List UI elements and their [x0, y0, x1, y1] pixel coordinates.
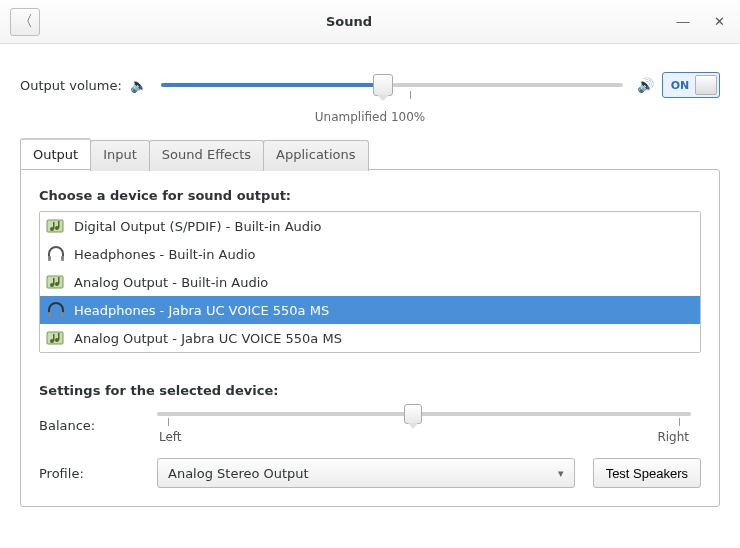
- svg-rect-14: [47, 332, 63, 344]
- device-label: Headphones - Jabra UC VOICE 550a MS: [74, 303, 329, 318]
- output-panel: Choose a device for sound output: Digita…: [20, 169, 720, 507]
- profile-label: Profile:: [39, 466, 139, 481]
- svg-rect-18: [58, 333, 60, 340]
- svg-rect-9: [53, 278, 55, 285]
- output-volume-toggle[interactable]: ON: [662, 72, 720, 98]
- balance-left-label: Left: [159, 430, 182, 444]
- device-label: Analog Output - Built-in Audio: [74, 275, 268, 290]
- test-speakers-label: Test Speakers: [606, 466, 688, 481]
- svg-rect-2: [53, 222, 55, 229]
- headphones-icon: [46, 301, 66, 319]
- titlebar: 〈 Sound — ✕: [0, 0, 740, 44]
- device-label: Digital Output (S/PDIF) - Built-in Audio: [74, 219, 322, 234]
- close-icon: ✕: [714, 14, 725, 29]
- svg-rect-0: [47, 220, 63, 232]
- soundcard-icon: [46, 273, 66, 291]
- profile-row: Profile: Analog Stereo Output ▾ Test Spe…: [39, 458, 701, 488]
- volume-unamplified-tick: [410, 91, 411, 99]
- settings-label: Settings for the selected device:: [39, 383, 701, 398]
- test-speakers-button[interactable]: Test Speakers: [593, 458, 701, 488]
- balance-ticks: [157, 418, 691, 428]
- svg-rect-16: [53, 334, 55, 341]
- soundcard-icon: [46, 217, 66, 235]
- balance-right-label: Right: [657, 430, 689, 444]
- svg-rect-11: [58, 277, 60, 284]
- headphones-icon: [46, 245, 66, 263]
- svg-rect-4: [58, 221, 60, 228]
- volume-slider-fill: [161, 83, 383, 87]
- minimize-icon: —: [677, 14, 690, 29]
- tab-output[interactable]: Output: [20, 138, 91, 169]
- volume-slider-thumb[interactable]: [373, 74, 393, 96]
- content-area: Output volume: 🔈 🔊 ON Unamplified 100% O…: [0, 44, 740, 527]
- device-row[interactable]: Analog Output - Jabra UC VOICE 550a MS: [40, 324, 700, 352]
- svg-rect-6: [61, 256, 64, 261]
- svg-rect-13: [61, 312, 64, 317]
- device-row[interactable]: Headphones - Built-in Audio: [40, 240, 700, 268]
- tab-sound-effects[interactable]: Sound Effects: [149, 140, 264, 171]
- tab-applications[interactable]: Applications: [263, 140, 368, 171]
- balance-label: Balance:: [39, 418, 139, 433]
- toggle-label: ON: [665, 79, 695, 92]
- tab-bar: OutputInputSound EffectsApplications: [20, 138, 720, 169]
- tab-input[interactable]: Input: [90, 140, 150, 171]
- device-label: Headphones - Built-in Audio: [74, 247, 256, 262]
- back-button[interactable]: 〈: [10, 8, 40, 36]
- balance-area: Balance: Left Right: [39, 406, 701, 444]
- profile-combo[interactable]: Analog Stereo Output ▾: [157, 458, 575, 488]
- svg-rect-12: [48, 312, 51, 317]
- minimize-button[interactable]: —: [672, 11, 694, 33]
- balance-slider[interactable]: [157, 412, 691, 416]
- output-volume-row: Output volume: 🔈 🔊 ON: [20, 72, 720, 98]
- chevron-left-icon: 〈: [18, 12, 33, 31]
- output-volume-slider[interactable]: [161, 83, 623, 87]
- volume-tick-label: Unamplified 100%: [20, 110, 720, 124]
- device-row[interactable]: Digital Output (S/PDIF) - Built-in Audio: [40, 212, 700, 240]
- svg-rect-7: [47, 276, 63, 288]
- speaker-low-icon: 🔈: [130, 77, 147, 93]
- svg-rect-5: [48, 256, 51, 261]
- output-device-list: Digital Output (S/PDIF) - Built-in Audio…: [39, 211, 701, 353]
- soundcard-icon: [46, 329, 66, 347]
- toggle-knob: [695, 75, 717, 95]
- profile-value: Analog Stereo Output: [168, 466, 309, 481]
- close-button[interactable]: ✕: [708, 11, 730, 33]
- device-label: Analog Output - Jabra UC VOICE 550a MS: [74, 331, 342, 346]
- speaker-high-icon: 🔊: [637, 77, 654, 93]
- choose-device-label: Choose a device for sound output:: [39, 188, 701, 203]
- device-row[interactable]: Analog Output - Built-in Audio: [40, 268, 700, 296]
- chevron-down-icon: ▾: [558, 467, 564, 480]
- device-row[interactable]: Headphones - Jabra UC VOICE 550a MS: [40, 296, 700, 324]
- window-title: Sound: [40, 14, 658, 29]
- output-volume-label: Output volume:: [20, 78, 122, 93]
